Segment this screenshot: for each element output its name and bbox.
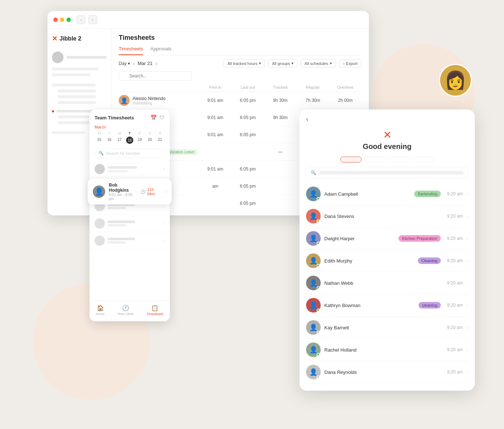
rp-member-time: 9:20 am xyxy=(444,236,463,241)
cal-16[interactable]: 16 xyxy=(105,137,114,144)
filter-schedules[interactable]: All schedules ▾ xyxy=(301,59,336,68)
tab-approvals[interactable]: Approvals xyxy=(150,46,172,55)
cal-19[interactable]: 19 xyxy=(135,137,145,144)
mobile-panel-icons: 📅 🛡 xyxy=(150,115,165,120)
tab-timesheets[interactable]: Timesheets xyxy=(119,46,143,55)
mobile-name-lines-1 xyxy=(108,166,137,172)
filter-groups[interactable]: All groups ▾ xyxy=(268,59,298,68)
cell-last-out: 6:05 pm xyxy=(232,132,264,137)
sidebar-item3 xyxy=(58,101,96,104)
rp-member-name: Nathan Webb xyxy=(324,280,441,286)
mlr-chevron-4: › xyxy=(163,221,165,226)
cell-last-out: 6:05 pm xyxy=(232,201,264,206)
cal-15[interactable]: 15 xyxy=(95,137,104,144)
rp-list-item[interactable]: 👤 Edith Murphy Cleaning 9:20 am › xyxy=(306,250,468,272)
back-button[interactable]: ‹ xyxy=(77,15,85,24)
export-button[interactable]: ↑ Export xyxy=(339,60,362,68)
rp-list-item[interactable]: 👤 Dana Reynolds 9:20 am › xyxy=(306,361,468,383)
cal-17[interactable]: 17 xyxy=(115,137,124,144)
calendar-row: March M T W T F S S 15 16 17 18 19 20 21 xyxy=(89,123,170,145)
cell-first-in: am xyxy=(199,184,232,189)
rp-list: 👤 Adam Campbell Bartending 9:20 am › 👤 D… xyxy=(299,183,475,383)
rp-member-time: 9:20 am xyxy=(444,347,463,352)
mobile-panel-header: Team Timesheets 📅 🛡 xyxy=(89,110,170,123)
rp-tab-3[interactable] xyxy=(413,157,434,162)
rp-search[interactable]: 🔍 xyxy=(306,167,468,179)
search-input[interactable] xyxy=(119,71,192,81)
status-dot xyxy=(317,375,320,379)
next-date[interactable]: › xyxy=(155,61,157,66)
th-tracked: Tracked xyxy=(264,85,297,89)
rp-avatar: 👤 xyxy=(306,231,321,246)
employee-name: Alessio Nintendo xyxy=(133,96,165,101)
rp-member-time: 9:20 am xyxy=(444,191,463,196)
prev-date[interactable]: ‹ xyxy=(133,61,135,66)
main-header: Timesheets Timesheets Approvals xyxy=(111,29,369,55)
view-select[interactable]: Day ▾ xyxy=(119,61,130,66)
rp-list-item[interactable]: 👤 Adam Campbell Bartending 9:20 am › xyxy=(306,183,468,205)
calendar-icon[interactable]: 📅 xyxy=(150,115,157,120)
activity-badge: Cleaning xyxy=(418,257,441,264)
rp-member-name: Dana Stevens xyxy=(324,214,441,219)
minimize-button[interactable] xyxy=(60,18,64,22)
rp-tab-1[interactable] xyxy=(364,157,386,162)
mobile-lower-rows: › › › xyxy=(89,198,170,249)
employee-sub: Subheading xyxy=(133,101,165,105)
highlight-duration-value: 11h 04m xyxy=(147,187,161,196)
nav-time-clock[interactable]: 🕐 Time Clock xyxy=(118,304,134,316)
rp-chevron: › xyxy=(466,213,468,219)
rp-header: ‹ xyxy=(299,110,475,126)
rp-member-name: Dwight Harper xyxy=(324,236,395,241)
mlr-5[interactable]: › xyxy=(89,232,170,249)
rp-list-item[interactable]: 👤 Dana Stevens 9:20 am › xyxy=(306,205,468,227)
rp-avatar: 👤 xyxy=(306,253,321,268)
mlr-left-4 xyxy=(95,218,135,229)
cal-day-s2: S xyxy=(155,131,165,135)
rp-list-item[interactable]: 👤 Rachel Holland 9:20 am › xyxy=(306,339,468,361)
rp-list-item[interactable]: 👤 Nathan Webb 9:20 am › xyxy=(306,272,468,294)
nav-home-label: Home xyxy=(96,312,105,316)
rp-tabs xyxy=(299,157,475,167)
rp-member-name: Dana Reynolds xyxy=(324,369,441,375)
sidebar-item2 xyxy=(58,95,96,98)
cal-days-header: M T W T F S S xyxy=(95,131,165,135)
table-row[interactable]: 👤 Alessio Nintendo Subheading 9:01 am 6:… xyxy=(119,92,362,109)
rp-back-button[interactable]: ‹ xyxy=(306,115,308,123)
rp-avatar: 👤 xyxy=(306,320,321,335)
close-button[interactable] xyxy=(53,18,58,22)
nav-timesheets[interactable]: 📋 Timesheets xyxy=(146,304,163,316)
rp-list-item[interactable]: 👤 Kay Barnett 9:20 am › xyxy=(306,317,468,339)
table-header: First in Last out Tracked Regular Overti… xyxy=(119,83,362,92)
nav-clock-label: Time Clock xyxy=(118,312,134,316)
highlight-duration: 🕐 11h 04m xyxy=(141,187,161,196)
cal-20[interactable]: 20 xyxy=(145,137,155,144)
rp-tab-2[interactable] xyxy=(389,157,410,162)
cell-overtime: 2h 00m xyxy=(329,98,362,103)
shield-icon[interactable]: 🛡 xyxy=(160,115,165,120)
cell-last-out: 6:05 pm xyxy=(232,166,264,172)
fullscreen-button[interactable] xyxy=(66,18,71,22)
rp-tab-0[interactable] xyxy=(340,157,362,162)
th-last-out: Last out xyxy=(232,85,264,89)
vacation-badge: Vacation Leave xyxy=(167,149,197,155)
cal-18-today[interactable]: 18 xyxy=(126,137,133,144)
cell-last-out: 6:05 pm xyxy=(232,98,264,103)
rp-list-item[interactable]: 👤 Dwight Harper Kitchen Preparation 9:20… xyxy=(306,227,468,250)
cal-21[interactable]: 21 xyxy=(155,137,165,144)
highlight-row[interactable]: 👤 Bob Hodgkins 9:01 am - 8:05 pm 🕐 11h 0… xyxy=(88,179,172,204)
mobile-search[interactable]: 🔍 Search for member xyxy=(95,148,165,158)
status-dot xyxy=(317,219,320,223)
toolbar: Day ▾ ‹ Mar 21 › All tracked hours ▾ All… xyxy=(111,55,369,71)
nav-home[interactable]: 🏠 Home xyxy=(96,304,105,316)
rp-member-name: Rachel Holland xyxy=(324,347,441,353)
mlr-4[interactable]: › xyxy=(89,215,170,232)
cell-last-out: 6:05 pm xyxy=(232,184,264,189)
employee-info: Alessio Nintendo Subheading xyxy=(133,96,165,105)
cell-first-in: 9:01 am xyxy=(199,115,232,120)
filter-tracked[interactable]: All tracked hours ▾ xyxy=(224,59,265,68)
mobile-member-row-1[interactable]: › xyxy=(89,161,170,177)
right-panel: ‹ ✕ Good evening 🔍 👤 Adam Campbell Barte… xyxy=(299,110,475,391)
mobile-search-placeholder: Search for member xyxy=(106,151,140,156)
forward-button[interactable]: › xyxy=(88,15,97,24)
rp-list-item[interactable]: 👤 Kathryn Bowman cleaning 9:20 am › xyxy=(306,294,468,317)
